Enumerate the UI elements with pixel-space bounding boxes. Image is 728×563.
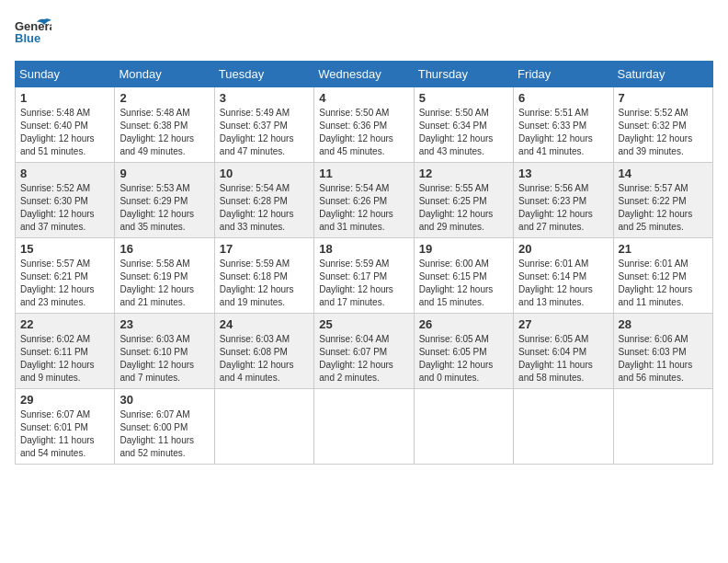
calendar-cell: 16Sunrise: 5:58 AM Sunset: 6:19 PM Dayli… [115, 238, 214, 314]
page-header: GeneralBlue [15, 15, 713, 52]
day-number: 16 [119, 242, 209, 256]
calendar-header-wednesday: Wednesday [314, 62, 414, 87]
day-detail: Sunrise: 5:56 AM Sunset: 6:23 PM Dayligh… [518, 182, 608, 234]
day-number: 24 [220, 317, 309, 331]
calendar-cell: 8Sunrise: 5:52 AM Sunset: 6:30 PM Daylig… [16, 163, 115, 238]
calendar-cell: 6Sunrise: 5:51 AM Sunset: 6:33 PM Daylig… [514, 87, 613, 163]
day-detail: Sunrise: 5:49 AM Sunset: 6:37 PM Dayligh… [220, 107, 309, 158]
calendar-cell [314, 389, 414, 465]
calendar-cell: 10Sunrise: 5:54 AM Sunset: 6:28 PM Dayli… [214, 163, 313, 238]
day-number: 27 [518, 317, 608, 331]
calendar-cell: 14Sunrise: 5:57 AM Sunset: 6:22 PM Dayli… [613, 163, 712, 238]
day-detail: Sunrise: 6:04 AM Sunset: 6:07 PM Dayligh… [319, 333, 408, 385]
calendar-cell: 13Sunrise: 5:56 AM Sunset: 6:23 PM Dayli… [514, 163, 613, 238]
calendar-header-friday: Friday [514, 62, 613, 87]
day-number: 7 [619, 91, 708, 105]
day-number: 12 [419, 167, 508, 180]
day-number: 23 [119, 317, 209, 331]
day-detail: Sunrise: 6:00 AM Sunset: 6:15 PM Dayligh… [419, 258, 508, 309]
calendar-cell: 19Sunrise: 6:00 AM Sunset: 6:15 PM Dayli… [414, 238, 513, 314]
day-number: 15 [20, 242, 109, 256]
calendar-cell: 12Sunrise: 5:55 AM Sunset: 6:25 PM Dayli… [414, 163, 513, 238]
day-number: 17 [220, 242, 309, 256]
day-number: 8 [20, 167, 109, 180]
day-number: 28 [619, 317, 708, 331]
day-detail: Sunrise: 6:02 AM Sunset: 6:11 PM Dayligh… [20, 333, 109, 385]
day-number: 14 [619, 167, 708, 180]
calendar-cell: 24Sunrise: 6:03 AM Sunset: 6:08 PM Dayli… [214, 314, 313, 389]
calendar-cell: 11Sunrise: 5:54 AM Sunset: 6:26 PM Dayli… [314, 163, 414, 238]
day-detail: Sunrise: 5:48 AM Sunset: 6:40 PM Dayligh… [20, 107, 109, 158]
calendar-cell [613, 389, 712, 465]
calendar-week-1: 1Sunrise: 5:48 AM Sunset: 6:40 PM Daylig… [16, 87, 713, 163]
calendar-cell: 18Sunrise: 5:59 AM Sunset: 6:17 PM Dayli… [314, 238, 414, 314]
calendar-cell: 2Sunrise: 5:48 AM Sunset: 6:38 PM Daylig… [115, 87, 214, 163]
calendar-cell [514, 389, 613, 465]
calendar-header-row: SundayMondayTuesdayWednesdayThursdayFrid… [16, 62, 713, 87]
day-detail: Sunrise: 5:51 AM Sunset: 6:33 PM Dayligh… [518, 107, 608, 158]
day-number: 6 [518, 91, 608, 105]
day-detail: Sunrise: 6:01 AM Sunset: 6:14 PM Dayligh… [518, 258, 608, 309]
calendar-cell [214, 389, 313, 465]
day-number: 10 [220, 167, 309, 180]
calendar-cell: 28Sunrise: 6:06 AM Sunset: 6:03 PM Dayli… [613, 314, 712, 389]
day-number: 22 [20, 317, 109, 331]
day-detail: Sunrise: 5:54 AM Sunset: 6:28 PM Dayligh… [220, 182, 309, 234]
day-number: 18 [319, 242, 408, 256]
day-detail: Sunrise: 6:05 AM Sunset: 6:05 PM Dayligh… [419, 333, 508, 385]
day-number: 2 [119, 91, 209, 105]
day-number: 19 [419, 242, 508, 256]
calendar-cell: 1Sunrise: 5:48 AM Sunset: 6:40 PM Daylig… [16, 87, 115, 163]
day-detail: Sunrise: 5:50 AM Sunset: 6:36 PM Dayligh… [319, 107, 408, 158]
day-number: 4 [319, 91, 408, 105]
calendar-cell: 25Sunrise: 6:04 AM Sunset: 6:07 PM Dayli… [314, 314, 414, 389]
calendar-table: SundayMondayTuesdayWednesdayThursdayFrid… [15, 61, 713, 465]
day-detail: Sunrise: 5:57 AM Sunset: 6:21 PM Dayligh… [20, 258, 109, 309]
day-detail: Sunrise: 5:59 AM Sunset: 6:18 PM Dayligh… [220, 258, 309, 309]
day-number: 9 [119, 167, 209, 180]
day-detail: Sunrise: 5:55 AM Sunset: 6:25 PM Dayligh… [419, 182, 508, 234]
calendar-cell: 4Sunrise: 5:50 AM Sunset: 6:36 PM Daylig… [314, 87, 414, 163]
calendar-header-sunday: Sunday [16, 62, 115, 87]
calendar-cell: 9Sunrise: 5:53 AM Sunset: 6:29 PM Daylig… [115, 163, 214, 238]
calendar-cell: 5Sunrise: 5:50 AM Sunset: 6:34 PM Daylig… [414, 87, 513, 163]
day-detail: Sunrise: 6:07 AM Sunset: 6:01 PM Dayligh… [20, 408, 109, 460]
calendar-cell: 29Sunrise: 6:07 AM Sunset: 6:01 PM Dayli… [16, 389, 115, 465]
calendar-cell [414, 389, 513, 465]
calendar-cell: 17Sunrise: 5:59 AM Sunset: 6:18 PM Dayli… [214, 238, 313, 314]
calendar-cell: 21Sunrise: 6:01 AM Sunset: 6:12 PM Dayli… [613, 238, 712, 314]
day-detail: Sunrise: 6:01 AM Sunset: 6:12 PM Dayligh… [619, 258, 708, 309]
day-number: 25 [319, 317, 408, 331]
day-detail: Sunrise: 5:53 AM Sunset: 6:29 PM Dayligh… [119, 182, 209, 234]
calendar-cell: 15Sunrise: 5:57 AM Sunset: 6:21 PM Dayli… [16, 238, 115, 314]
day-detail: Sunrise: 5:57 AM Sunset: 6:22 PM Dayligh… [619, 182, 708, 234]
calendar-week-2: 8Sunrise: 5:52 AM Sunset: 6:30 PM Daylig… [16, 163, 713, 238]
calendar-header-tuesday: Tuesday [214, 62, 313, 87]
svg-text:Blue: Blue [15, 31, 40, 45]
calendar-header-thursday: Thursday [414, 62, 513, 87]
logo: GeneralBlue [15, 15, 51, 52]
day-number: 26 [419, 317, 508, 331]
calendar-week-3: 15Sunrise: 5:57 AM Sunset: 6:21 PM Dayli… [16, 238, 713, 314]
calendar-header-saturday: Saturday [613, 62, 712, 87]
day-number: 11 [319, 167, 408, 180]
day-number: 29 [20, 393, 109, 407]
day-number: 5 [419, 91, 508, 105]
calendar-cell: 27Sunrise: 6:05 AM Sunset: 6:04 PM Dayli… [514, 314, 613, 389]
calendar-cell: 3Sunrise: 5:49 AM Sunset: 6:37 PM Daylig… [214, 87, 313, 163]
calendar-week-4: 22Sunrise: 6:02 AM Sunset: 6:11 PM Dayli… [16, 314, 713, 389]
calendar-cell: 30Sunrise: 6:07 AM Sunset: 6:00 PM Dayli… [115, 389, 214, 465]
day-detail: Sunrise: 5:50 AM Sunset: 6:34 PM Dayligh… [419, 107, 508, 158]
day-detail: Sunrise: 6:03 AM Sunset: 6:08 PM Dayligh… [220, 333, 309, 385]
day-number: 13 [518, 167, 608, 180]
day-detail: Sunrise: 5:58 AM Sunset: 6:19 PM Dayligh… [119, 258, 209, 309]
day-detail: Sunrise: 6:06 AM Sunset: 6:03 PM Dayligh… [619, 333, 708, 385]
calendar-cell: 20Sunrise: 6:01 AM Sunset: 6:14 PM Dayli… [514, 238, 613, 314]
day-detail: Sunrise: 5:54 AM Sunset: 6:26 PM Dayligh… [319, 182, 408, 234]
day-detail: Sunrise: 6:07 AM Sunset: 6:00 PM Dayligh… [119, 408, 209, 460]
day-number: 3 [220, 91, 309, 105]
day-detail: Sunrise: 5:52 AM Sunset: 6:30 PM Dayligh… [20, 182, 109, 234]
calendar-week-5: 29Sunrise: 6:07 AM Sunset: 6:01 PM Dayli… [16, 389, 713, 465]
day-detail: Sunrise: 6:05 AM Sunset: 6:04 PM Dayligh… [518, 333, 608, 385]
day-number: 30 [119, 393, 209, 407]
